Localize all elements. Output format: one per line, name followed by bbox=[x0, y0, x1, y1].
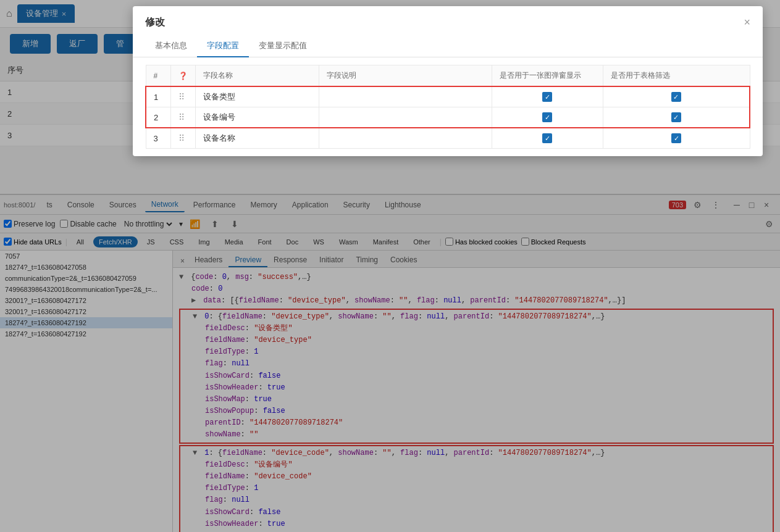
field-row-2[interactable]: 2 ⠿ 设备编号 ✓ ✓ bbox=[146, 107, 750, 128]
drag-handle[interactable]: ⠿ bbox=[170, 128, 195, 149]
field-popup-cell[interactable]: ✓ bbox=[492, 86, 603, 107]
field-num: 3 bbox=[146, 128, 170, 149]
field-filter-cell[interactable]: ✓ bbox=[603, 86, 750, 107]
tab-basic-info[interactable]: 基本信息 bbox=[145, 35, 197, 57]
field-row-1[interactable]: 1 ⠿ 设备类型 ✓ ✓ bbox=[146, 86, 750, 107]
field-col-num: # bbox=[146, 65, 170, 87]
field-desc-cell[interactable] bbox=[319, 107, 492, 128]
modal-title: 修改 bbox=[145, 16, 165, 29]
field-col-filter: 是否用于表格筛选 bbox=[603, 65, 750, 87]
modal-tabs: 基本信息 字段配置 变量显示配值 bbox=[133, 35, 763, 57]
field-popup-cell[interactable]: ✓ bbox=[492, 128, 603, 149]
modal-header: 修改 × bbox=[133, 6, 763, 35]
drag-handle[interactable]: ⠿ bbox=[170, 86, 195, 107]
field-col-popup: 是否用于一张图弹窗显示 bbox=[492, 65, 603, 87]
field-filter-cell[interactable]: ✓ bbox=[603, 128, 750, 149]
field-config-table: # ❓ 字段名称 字段说明 是否用于一张图弹窗显示 是否用于表格筛选 1 ⠿ 设… bbox=[145, 65, 750, 149]
field-num: 1 bbox=[146, 86, 170, 107]
modal-dialog: 修改 × 基本信息 字段配置 变量显示配值 # ❓ 字段名称 字段说明 是否用于… bbox=[133, 6, 763, 156]
drag-handle[interactable]: ⠿ bbox=[170, 107, 195, 128]
modal-body: # ❓ 字段名称 字段说明 是否用于一张图弹窗显示 是否用于表格筛选 1 ⠿ 设… bbox=[133, 57, 763, 156]
modal-close-button[interactable]: × bbox=[744, 16, 750, 29]
field-filter-cell[interactable]: ✓ bbox=[603, 107, 750, 128]
field-name-cell: 设备类型 bbox=[195, 86, 319, 107]
field-name-cell: 设备编号 bbox=[195, 107, 319, 128]
field-row-3[interactable]: 3 ⠿ 设备名称 ✓ ✓ bbox=[146, 128, 750, 149]
field-desc-cell[interactable] bbox=[319, 128, 492, 149]
field-col-name: 字段名称 bbox=[195, 65, 319, 87]
tab-field-config[interactable]: 字段配置 bbox=[197, 35, 249, 57]
field-col-desc: 字段说明 bbox=[319, 65, 492, 87]
field-num: 2 bbox=[146, 107, 170, 128]
field-name-cell: 设备名称 bbox=[195, 128, 319, 149]
field-popup-cell[interactable]: ✓ bbox=[492, 107, 603, 128]
field-desc-cell[interactable] bbox=[319, 86, 492, 107]
tab-variable-display[interactable]: 变量显示配值 bbox=[249, 35, 317, 57]
field-col-help: ❓ bbox=[170, 65, 195, 87]
